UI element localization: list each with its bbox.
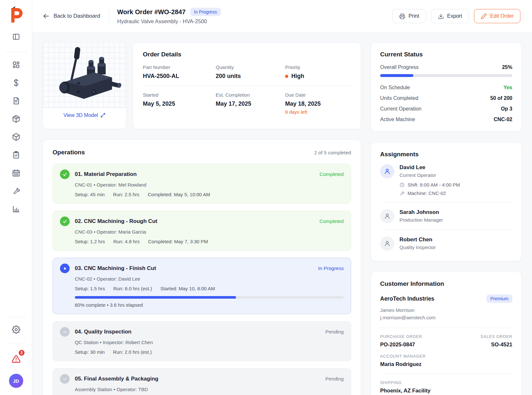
sidebar-item-dashboard[interactable] (8, 57, 24, 72)
assignment-row[interactable]: David Lee Current Operator Shift: 8:00 A… (380, 158, 512, 202)
operation-row[interactable]: 03. CNC Machining - Finish Cut In Progre… (53, 258, 351, 314)
status-row-value: Op 3 (501, 106, 512, 112)
package-icon (12, 115, 20, 123)
check-circle-icon (60, 217, 70, 226)
minus-circle-icon (60, 327, 70, 337)
person-avatar (380, 164, 394, 178)
priority-text: High (291, 73, 304, 80)
customer-contact-email[interactable]: j.morrison@aerotech.com (380, 314, 512, 322)
calendar-icon (12, 169, 20, 177)
cube-icon (12, 133, 20, 141)
sidebar-divider (5, 52, 27, 53)
operation-status: Pending (325, 376, 344, 382)
export-button[interactable]: Export (431, 9, 469, 23)
export-label: Export (447, 13, 462, 19)
back-to-dashboard-link[interactable]: Back to Dashboard (43, 13, 100, 20)
alerts-button[interactable]: 3 (8, 351, 24, 367)
operation-row[interactable]: 05. Final Assembly & Packaging Pending A… (53, 368, 351, 395)
purchase-order-value: PO-2025-0847 (380, 342, 422, 348)
current-status-card: Current Status Overall Progress 25% On S… (371, 42, 522, 132)
started-label: Started (143, 92, 216, 98)
operation-run: Run: 2.5 hrs (113, 192, 140, 197)
operation-run: Run: 4.8 hrs (113, 239, 140, 244)
operation-run: Run: 2.0 hrs (est.) (113, 349, 152, 355)
operation-extra: Completed: May 5, 10:00 AM (148, 192, 210, 197)
sidebar-item-parts[interactable] (8, 129, 24, 145)
sidebar-item-maintenance[interactable] (8, 183, 24, 199)
back-label: Back to Dashboard (54, 13, 100, 19)
customer-contact-name: James Morrison (380, 307, 512, 314)
logo-icon (8, 6, 24, 23)
sidebar-item-work-orders[interactable] (8, 147, 24, 163)
clipboard-check-icon (12, 151, 20, 159)
overall-progress-fill (380, 74, 413, 77)
app-logo[interactable] (8, 6, 24, 23)
view-3d-model-label: View 3D Model (64, 112, 98, 118)
assignments-title: Assignments (380, 151, 512, 158)
bar-chart-icon (12, 205, 20, 213)
sidebar-item-inventory[interactable] (8, 111, 24, 127)
dollar-icon (12, 79, 20, 87)
sales-order-label: SALES ORDER (480, 334, 512, 339)
est-completion-value: May 17, 2025 (216, 101, 285, 107)
clock-icon (399, 182, 405, 188)
due-date-label: Due Date (285, 92, 351, 98)
expand-icon (101, 113, 105, 118)
download-icon (438, 13, 444, 19)
quantity-label: Quantity (216, 64, 285, 70)
page-title: Work Order #WO-2847 (117, 8, 186, 16)
operation-status: In Progress (318, 265, 344, 271)
part-number-value: HVA-2500-AL (143, 73, 216, 80)
sidebar-item-finance[interactable] (8, 75, 24, 91)
operation-title: 03. CNC Machining - Finish Cut (75, 265, 156, 272)
operation-row[interactable]: 04. Quality Inspection Pending QC Statio… (53, 321, 351, 361)
sidebar-item-reports[interactable] (8, 201, 24, 217)
user-icon (384, 168, 391, 175)
printer-icon (399, 13, 405, 19)
operation-status: Pending (325, 329, 344, 335)
print-button[interactable]: Print (392, 9, 426, 23)
panel-toggle-icon (12, 33, 20, 41)
sidebar-item-documents[interactable] (8, 93, 24, 109)
top-bar: Back to Dashboard Work Order #WO-2847 In… (32, 0, 532, 33)
minus-circle-icon (60, 374, 70, 384)
assignments-card: Assignments David Lee Current Operator (371, 142, 522, 261)
assignment-row[interactable]: Robert Chen Quality Inspector (380, 230, 512, 257)
started-value: May 5, 2025 (143, 101, 216, 107)
overall-progress-label: Overall Progress (380, 64, 419, 70)
operation-row[interactable]: 02. CNC Machining - Rough Cut Completed … (53, 211, 351, 251)
play-circle-icon (60, 264, 70, 273)
shipping-label: SHIPPING (380, 381, 512, 385)
user-icon (384, 240, 391, 247)
model-preview (43, 43, 126, 108)
sidebar-collapse-button[interactable] (10, 30, 23, 43)
operation-setup: Setup: 45 min (75, 192, 105, 197)
view-3d-model-link[interactable]: View 3D Model (43, 108, 126, 122)
status-row-label: On Schedule (380, 85, 410, 91)
assignment-row[interactable]: Sarah Johnson Production Manager (380, 202, 512, 230)
alert-triangle-icon (12, 354, 21, 363)
operation-row[interactable]: 01. Material Preparation Completed CNC-0… (53, 164, 351, 204)
arrow-left-icon (43, 13, 50, 20)
edit-order-button[interactable]: Edit Order (474, 9, 520, 23)
operation-setup: Setup: 1.2 hrs (75, 239, 105, 244)
status-badge: In Progress (190, 8, 221, 16)
account-manager-value: Maria Rodriguez (380, 361, 512, 367)
operation-run: Run: 6.0 hrs (est.) (113, 286, 152, 291)
operation-meta: CNC-02 • Operator: David Lee (75, 276, 344, 282)
due-date-note: 8 days left (285, 109, 351, 115)
status-row-label: Active Machine (380, 117, 415, 122)
sidebar-item-schedule[interactable] (8, 165, 24, 181)
user-avatar[interactable]: JD (9, 374, 23, 388)
part-number-label: Part Number (143, 64, 216, 70)
header-divider (109, 10, 109, 23)
sidebar-item-settings[interactable] (8, 322, 24, 337)
wrench-icon (12, 187, 20, 195)
sidebar-divider (5, 343, 27, 343)
current-status-title: Current Status (380, 51, 512, 58)
print-label: Print (409, 13, 419, 19)
pencil-icon (481, 13, 487, 19)
document-icon (12, 97, 20, 105)
alert-count-badge: 3 (18, 349, 25, 356)
operation-meta: QC Station • Inspector: Robert Chen (75, 340, 344, 345)
